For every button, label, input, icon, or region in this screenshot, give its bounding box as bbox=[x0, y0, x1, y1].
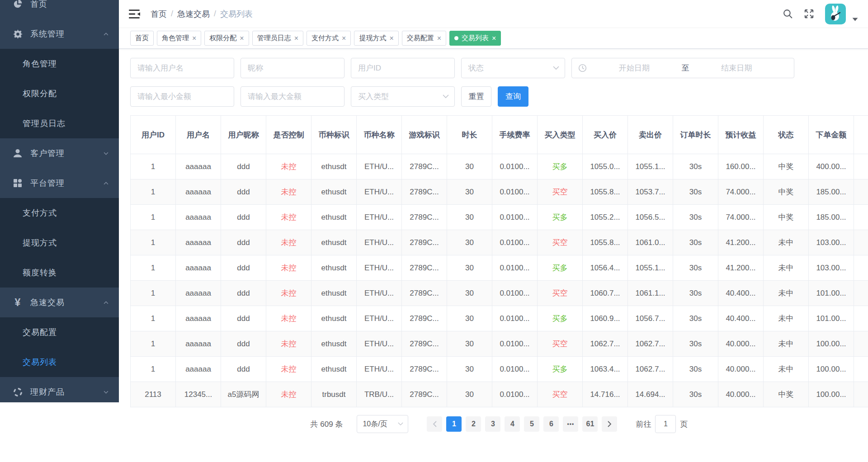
fullscreen-icon[interactable] bbox=[804, 9, 814, 19]
sidebar-item-platform[interactable]: 平台管理 bbox=[0, 168, 119, 198]
tab[interactable]: 权限分配× bbox=[204, 31, 249, 46]
table-cell: 100.00... bbox=[809, 357, 854, 382]
close-icon[interactable]: × bbox=[240, 35, 244, 42]
close-icon[interactable]: × bbox=[492, 35, 496, 42]
tab[interactable]: 支付方式× bbox=[307, 31, 351, 46]
table-cell: 未中 bbox=[764, 331, 809, 357]
buy-type-select[interactable]: 买入类型 bbox=[351, 86, 455, 107]
table-cell: 1060.9... bbox=[583, 306, 628, 331]
sidebar-subitem[interactable]: 权限分配 bbox=[0, 79, 119, 108]
table-cell: ddd bbox=[221, 281, 266, 306]
reset-button[interactable]: 重置 bbox=[461, 86, 491, 107]
jump-suffix-label: 页 bbox=[680, 419, 688, 429]
sidebar-item-finance[interactable]: 理财产品 bbox=[0, 377, 119, 402]
date-end-placeholder: 结束日期 bbox=[693, 63, 781, 73]
sidebar-subitem[interactable]: 额度转换 bbox=[0, 258, 119, 288]
table-cell: aaaaaa bbox=[176, 205, 221, 230]
page-button[interactable]: 4 bbox=[505, 416, 520, 432]
table-cell: ETH/U... bbox=[357, 205, 402, 230]
next-page-button[interactable] bbox=[602, 416, 617, 432]
hamburger-icon[interactable] bbox=[123, 9, 146, 19]
tab[interactable]: 管理员日志× bbox=[252, 31, 303, 46]
page-button[interactable]: 61 bbox=[582, 416, 598, 432]
sidebar-item-home[interactable]: 首页 bbox=[0, 0, 119, 19]
close-icon[interactable]: × bbox=[294, 35, 298, 42]
sidebar-subitem[interactable]: 交易配置 bbox=[0, 317, 119, 347]
page-button[interactable]: 3 bbox=[485, 416, 500, 432]
table-cell: aaaaaa bbox=[176, 306, 221, 331]
table-cell: 买空 bbox=[538, 179, 583, 205]
table-cell: ethusdt bbox=[311, 179, 357, 205]
close-icon[interactable]: × bbox=[437, 35, 441, 42]
close-icon[interactable]: × bbox=[389, 35, 393, 42]
avatar[interactable] bbox=[825, 4, 846, 24]
table-cell: 买多 bbox=[538, 154, 583, 179]
tab[interactable]: 交易配置× bbox=[402, 31, 446, 46]
sidebar-item-fast-trade[interactable]: ¥急速交易 bbox=[0, 288, 119, 317]
page-button[interactable]: 2 bbox=[466, 416, 481, 432]
table-cell: 2789C... bbox=[402, 331, 447, 357]
chevron-up-icon bbox=[103, 31, 109, 37]
date-range-picker[interactable]: 开始日期 至 结束日期 bbox=[571, 58, 794, 78]
sidebar-subitem[interactable]: 支付方式 bbox=[0, 198, 119, 228]
close-icon[interactable]: × bbox=[192, 35, 196, 42]
column-header: 买入类型 bbox=[538, 116, 583, 154]
page-ellipsis[interactable]: ••• bbox=[563, 416, 578, 432]
username-input[interactable] bbox=[130, 58, 234, 78]
submenu-system: 角色管理权限分配管理员日志 bbox=[0, 49, 119, 138]
page-button[interactable]: 5 bbox=[524, 416, 539, 432]
min-amount-input[interactable] bbox=[130, 86, 234, 107]
nickname-input[interactable] bbox=[241, 58, 344, 78]
buy-type-select-placeholder: 买入类型 bbox=[358, 91, 389, 102]
sidebar-subitem[interactable]: 交易列表 bbox=[0, 347, 119, 377]
userid-input[interactable] bbox=[351, 58, 455, 78]
prev-page-button[interactable] bbox=[427, 416, 442, 432]
sidebar-subitem[interactable]: 角色管理 bbox=[0, 49, 119, 79]
tab[interactable]: 提现方式× bbox=[354, 31, 398, 46]
table-cell: 1055.1... bbox=[628, 154, 673, 179]
table-cell: aaaaaa bbox=[176, 255, 221, 281]
table-cell: 30 bbox=[447, 306, 492, 331]
table-cell: 74.000... bbox=[718, 179, 764, 205]
sidebar-subitem[interactable]: 管理员日志 bbox=[0, 108, 119, 138]
table-cell: ethusdt bbox=[311, 306, 357, 331]
table-cell: ethusdt bbox=[311, 357, 357, 382]
tab[interactable]: 角色管理× bbox=[157, 31, 201, 46]
table-cell: 1 bbox=[131, 255, 176, 281]
table-cell: 未中 bbox=[764, 357, 809, 382]
status-select[interactable]: 状态 bbox=[461, 58, 565, 78]
main-area: 首页/急速交易/交易列表 bbox=[119, 0, 868, 433]
page-button[interactable]: 1 bbox=[446, 416, 462, 432]
table-cell: 中奖 bbox=[764, 382, 809, 407]
sidebar-subitem[interactable]: 提现方式 bbox=[0, 228, 119, 258]
table-cell: ddd bbox=[221, 306, 266, 331]
breadcrumb-link[interactable]: 首页 bbox=[151, 9, 167, 19]
column-header: 预计收益 bbox=[718, 116, 764, 154]
breadcrumb-link[interactable]: 急速交易 bbox=[177, 9, 210, 19]
table-cell-clipped bbox=[854, 331, 868, 357]
tab[interactable]: 首页 bbox=[130, 31, 154, 46]
table-row: 1aaaaaaddd未控ethusdtETH/U...2789C...300.0… bbox=[131, 154, 868, 179]
sidebar-item-system[interactable]: 系统管理 bbox=[0, 19, 119, 49]
search-button[interactable]: 查询 bbox=[498, 86, 528, 107]
jump-page-input[interactable] bbox=[655, 415, 676, 433]
close-icon[interactable]: × bbox=[342, 35, 346, 42]
table-cell-clipped bbox=[854, 382, 868, 407]
tabs-bar: 首页角色管理×权限分配×管理员日志×支付方式×提现方式×交易配置×交易列表× bbox=[119, 28, 868, 49]
breadcrumb-separator: / bbox=[171, 9, 173, 19]
total-count-label: 共 609 条 bbox=[311, 419, 343, 429]
search-icon[interactable] bbox=[783, 9, 793, 19]
table-cell: 1056.5... bbox=[628, 205, 673, 230]
table-cell: ddd bbox=[221, 205, 266, 230]
table-cell: ddd bbox=[221, 255, 266, 281]
max-amount-input[interactable] bbox=[241, 86, 344, 107]
page-size-select[interactable]: 10条/页 bbox=[357, 415, 408, 433]
table-cell: 30 bbox=[447, 179, 492, 205]
table-cell: 1063.4... bbox=[583, 357, 628, 382]
table-cell: 未控 bbox=[266, 306, 311, 331]
page-button[interactable]: 6 bbox=[543, 416, 559, 432]
filter-row-2: 买入类型 重置 查询 bbox=[130, 86, 868, 107]
caret-down-icon[interactable] bbox=[852, 15, 858, 23]
sidebar-item-customer[interactable]: 客户管理 bbox=[0, 138, 119, 168]
tab[interactable]: 交易列表× bbox=[449, 31, 501, 46]
